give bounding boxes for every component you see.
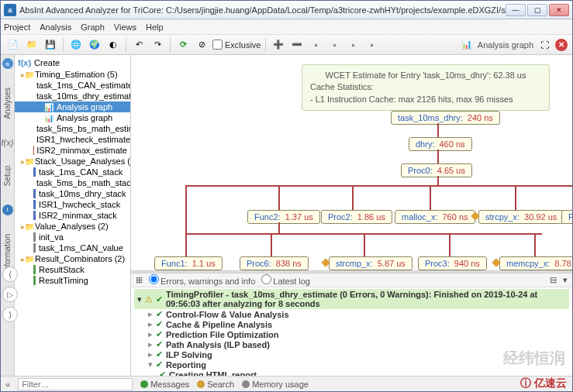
group-stack[interactable]: ▸📁Stack_Usage_Analyses (5) [15,156,130,167]
app-icon: a [4,4,16,16]
tab-messages[interactable]: Messages [140,380,189,389]
open-icon[interactable]: 📁 [24,37,40,53]
group-result[interactable]: ▸📁Result_Combinators (2) [15,253,130,264]
nav-next-icon[interactable]: ⟩ [2,307,18,322]
forward-icon[interactable]: ↷ [150,37,165,53]
edge [364,233,365,256]
tool1-icon[interactable]: ▫ [308,37,323,53]
expand-icon[interactable]: ⛶ [537,37,552,53]
zoom-in-icon[interactable]: ➕ [271,37,286,53]
exclusive-checkbox[interactable]: Exclusive [212,40,261,50]
expand-icon[interactable]: « [5,380,10,389]
item-s3[interactable]: task_10ms_dhry_stack [15,188,130,199]
zoom-out-icon[interactable]: ➖ [289,37,305,53]
node-proc0[interactable]: Proc0: 4.65 us [401,163,472,177]
world-icon[interactable]: 🌍 [87,37,102,53]
menu-analysis[interactable]: Analysis [40,22,71,32]
expand-icon[interactable]: ⊞ [136,275,143,285]
log-line: ▸✔Control-Flow & Value Analysis [134,309,569,319]
node-proc3[interactable]: Proc3: 940 ns [418,256,487,270]
item-s2[interactable]: task_5ms_bs_math_stack [15,177,130,188]
tool2-icon[interactable]: ▫ [326,37,342,53]
menu-help[interactable]: Help [146,22,164,32]
radio-errors[interactable]: Errors, warnings and info [149,274,255,286]
edge [437,150,439,163]
back-icon[interactable]: ↶ [131,37,147,53]
minimize-button[interactable]: — [506,4,526,16]
nav-play-icon[interactable]: ▷ [2,287,18,302]
tab-search[interactable]: Search [197,380,234,389]
stop-icon[interactable]: ⊘ [194,37,209,53]
node-func1[interactable]: Func1: 1.1 us [154,256,223,270]
edge [437,123,439,137]
close-panel-icon[interactable]: ✕ [555,39,568,51]
menu-graph[interactable]: Graph [81,22,105,32]
filter-input[interactable] [18,378,133,390]
titlebar: a AbsInt Advanced Analyzer for TriCore: … [1,1,572,19]
nav-prev-icon[interactable]: ⟨ [2,266,18,282]
log-tool-icon[interactable]: ⊟ [550,275,557,285]
item-t4[interactable]: ISR1_hwcheck_estimate [15,134,130,145]
group-value[interactable]: ▸📁Value_Analyses (2) [15,221,130,232]
node-memcpy[interactable]: memcpy_x: 8.78 us [499,256,572,270]
folder-icon: ▸📁 [22,156,32,166]
node-malloc[interactable]: malloc_x: 760 ns [395,210,475,224]
radio-latest[interactable]: Latest log [261,274,310,286]
nav-buttons: ⟨ ▷ ⟩ [2,266,18,322]
log-line: ▸✔Cache & Pipeline Analysis [134,319,569,329]
item-t5[interactable]: ISR2_minmax_estimate [15,145,130,156]
bar-icon [33,189,36,198]
separator [63,38,64,52]
group-timing[interactable]: ▸📁Timing_Estimation (5) [15,69,130,80]
tab-memory[interactable]: Memory usage [242,380,309,389]
node-func2[interactable]: Func2: 1.37 us [247,210,320,224]
node-strcpy[interactable]: strcpy_x: 30.92 us [478,210,564,224]
side-icon[interactable]: a [2,58,13,69]
tool4-icon[interactable]: ▫ [364,37,379,53]
save-icon[interactable]: 💾 [43,37,58,53]
menu-project[interactable]: Project [4,22,30,32]
item-s5[interactable]: ISR2_minmax_stack [15,210,130,221]
bar-icon [33,265,36,274]
close-button[interactable]: ✕ [549,4,569,16]
refresh-icon[interactable]: ⟳ [175,37,191,53]
info-icon[interactable]: i [2,205,13,215]
app-window: a AbsInt Advanced Analyzer for TriCore: … [0,0,573,392]
graph-canvas[interactable]: WCET Estimate for Entry 'task_10ms_dhry'… [131,55,572,270]
tab-analyses[interactable]: Analyses [3,84,12,122]
item-t2[interactable]: task_10ms_dhry_estimate [15,91,130,101]
bar-icon [33,276,36,285]
node-task[interactable]: task_10ms_dhry: 240 ns [391,111,500,125]
maximize-button[interactable]: ▢ [527,4,547,16]
separator [170,38,171,52]
node-proc6[interactable]: Proc6: 838 ns [240,256,309,270]
globe-icon[interactable]: 🌐 [68,37,84,53]
node-strcmp[interactable]: strcmp_x: 5.87 us [329,256,412,270]
menu-views[interactable]: Views [114,22,136,32]
node-proc2[interactable]: Proc2: 1.86 us [321,210,392,224]
item-r1[interactable]: ResultStack [15,264,130,275]
tab-setup[interactable]: Setup [3,163,12,189]
new-icon[interactable]: 📄 [5,37,21,53]
tool3-icon[interactable]: ▫ [345,37,361,53]
log-body[interactable]: ▾⚠✔TimingProfiler - task_10ms_dhry_estim… [131,287,572,376]
log-panel: ⊞ Errors, warnings and info Latest log ⊟… [131,273,572,376]
item-t3[interactable]: task_5ms_bs_math_estim [15,123,130,134]
item-t1[interactable]: task_1ms_CAN_estimate [15,80,130,91]
log-header[interactable]: ▾⚠✔TimingProfiler - task_10ms_dhry_estim… [134,289,569,309]
item-v2[interactable]: task_1ms_CAN_value [15,242,130,253]
item-r2[interactable]: ResultTiming [15,275,130,286]
item-t2-graph[interactable]: 📊Analysis graph [15,101,130,112]
graph-icon: 📊 [44,102,54,112]
fx-icon: f(x) [18,58,31,67]
item-v1[interactable]: init_va [15,232,130,242]
pie-icon[interactable]: ◐ [105,37,121,53]
item-t2-graph2[interactable]: 📊Analysis graph [15,112,130,123]
log-tool-icon[interactable]: ▾ [563,275,568,285]
item-s1[interactable]: task_1ms_CAN_stack [15,167,130,177]
node-proc5[interactable]: Proc5: 320 ns [561,210,572,224]
graph-icon[interactable]: 📊 [459,37,475,53]
item-s4[interactable]: ISR1_hwcheck_stack [15,199,130,210]
node-dhry[interactable]: dhry: 460 ns [409,137,472,151]
edge [278,185,280,210]
